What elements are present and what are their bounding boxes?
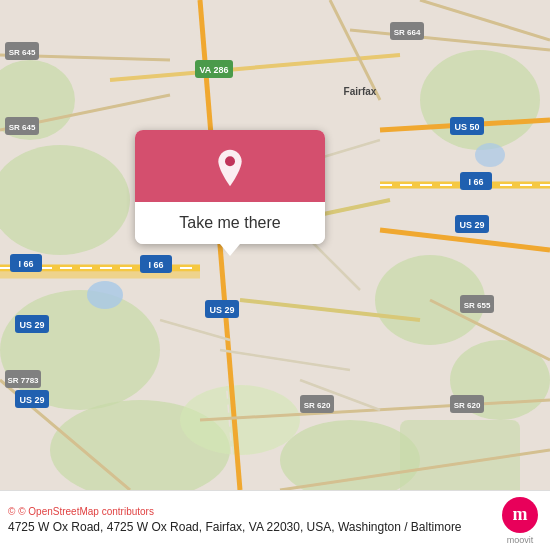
svg-text:I 66: I 66	[148, 260, 163, 270]
svg-text:SR 7783: SR 7783	[7, 376, 39, 385]
svg-text:US 29: US 29	[19, 395, 44, 405]
svg-text:US 50: US 50	[454, 122, 479, 132]
svg-point-11	[87, 281, 123, 309]
copyright-symbol: ©	[8, 506, 15, 517]
svg-text:SR 655: SR 655	[464, 301, 491, 310]
svg-text:SR 620: SR 620	[304, 401, 331, 410]
map-background: I 66 I 66 I 66 US 50 US 29 US 29 US 29 V…	[0, 0, 550, 490]
svg-text:US 29: US 29	[209, 305, 234, 315]
svg-text:SR 645: SR 645	[9, 48, 36, 57]
map-callout: Take me there	[135, 130, 325, 244]
take-me-there-button[interactable]: Take me there	[135, 202, 325, 244]
svg-text:Fairfax: Fairfax	[344, 86, 377, 97]
moovit-circle: m	[502, 497, 538, 533]
moovit-label-text: moovit	[507, 535, 534, 545]
callout-pointer	[220, 244, 240, 256]
osm-credit: © © OpenStreetMap contributors	[8, 506, 492, 517]
moovit-letter: m	[513, 504, 528, 525]
osm-text: © OpenStreetMap contributors	[18, 506, 154, 517]
svg-text:VA 286: VA 286	[199, 65, 228, 75]
svg-text:SR 620: SR 620	[454, 401, 481, 410]
info-left: © © OpenStreetMap contributors 4725 W Ox…	[8, 506, 492, 536]
svg-text:US 29: US 29	[459, 220, 484, 230]
location-pin-icon	[210, 148, 250, 188]
svg-text:I 66: I 66	[18, 259, 33, 269]
svg-text:I 66: I 66	[468, 177, 483, 187]
svg-text:SR 664: SR 664	[394, 28, 421, 37]
svg-text:US 29: US 29	[19, 320, 44, 330]
address-text: 4725 W Ox Road, 4725 W Ox Road, Fairfax,…	[8, 519, 492, 536]
callout-pin-area	[135, 130, 325, 202]
svg-point-74	[225, 156, 235, 166]
info-bar: © © OpenStreetMap contributors 4725 W Ox…	[0, 490, 550, 550]
map-container: I 66 I 66 I 66 US 50 US 29 US 29 US 29 V…	[0, 0, 550, 490]
svg-point-9	[180, 385, 300, 455]
svg-text:SR 645: SR 645	[9, 123, 36, 132]
svg-point-12	[475, 143, 505, 167]
moovit-logo: m moovit	[502, 497, 538, 545]
svg-rect-10	[400, 420, 520, 490]
